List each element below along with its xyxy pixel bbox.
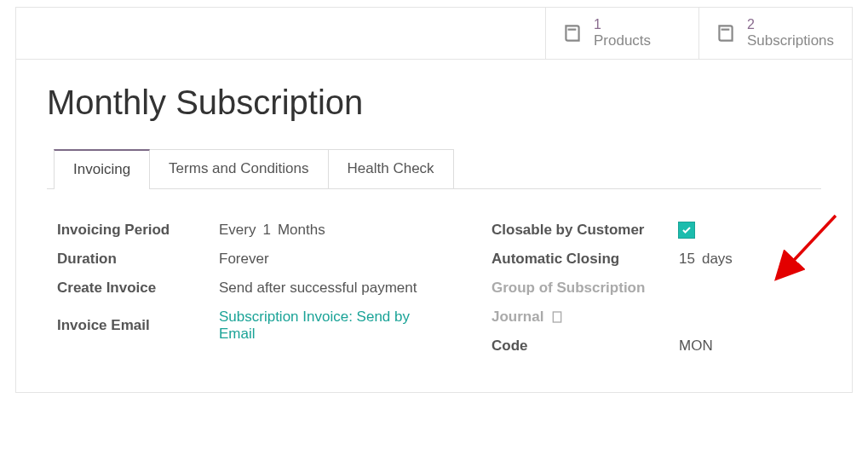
auto-closing-label: Automatic Closing: [491, 251, 679, 268]
check-icon: [681, 225, 692, 235]
svg-rect-0: [554, 312, 561, 322]
stat-bar: 1 Products 2 Subscriptions: [16, 8, 852, 60]
book-icon: [561, 22, 583, 44]
closable-label: Closable by Customer: [491, 222, 679, 239]
subscriptions-stat-button[interactable]: 2 Subscriptions: [698, 8, 852, 59]
invoicing-period-label: Invoicing Period: [57, 222, 219, 239]
subscriptions-label: Subscriptions: [747, 32, 834, 49]
auto-closing-unit: days: [702, 251, 733, 268]
closable-checkbox[interactable]: [679, 222, 694, 238]
invoice-email-link[interactable]: Subscription Invoice: Send by Email: [219, 309, 440, 343]
journal-row: Journal: [491, 309, 811, 326]
journal-label-wrap: Journal: [491, 309, 679, 326]
duration-row: Duration Forever: [57, 251, 440, 268]
group-row: Group of Subscription: [491, 280, 811, 297]
create-invoice-value: Send after successful payment: [219, 280, 417, 297]
invoice-email-row: Invoice Email Subscription Invoice: Send…: [57, 309, 440, 343]
closable-row: Closable by Customer: [491, 222, 811, 239]
form-container: 1 Products 2 Subscriptions Monthly Subsc…: [15, 7, 853, 393]
duration-value: Forever: [219, 251, 269, 268]
invoicing-period-unit: Months: [278, 222, 325, 239]
tab-panel-invoicing: Invoicing Period Every 1 Months Duration…: [47, 188, 821, 366]
closable-value: [679, 222, 694, 238]
invoicing-period-prefix: Every: [219, 222, 256, 239]
products-label: Products: [594, 32, 651, 49]
products-stat-button[interactable]: 1 Products: [545, 8, 698, 59]
left-column: Invoicing Period Every 1 Months Duration…: [57, 222, 440, 366]
invoicing-period-value: Every 1 Months: [219, 222, 325, 239]
right-column: Closable by Customer Automatic Closing 1…: [491, 222, 811, 366]
tab-terms[interactable]: Terms and Conditions: [149, 149, 328, 188]
building-icon: [550, 310, 564, 324]
create-invoice-label: Create Invoice: [57, 280, 219, 297]
invoicing-period-number: 1: [262, 222, 270, 239]
auto-closing-number: 15: [679, 251, 695, 268]
create-invoice-row: Create Invoice Send after successful pay…: [57, 280, 440, 297]
book-icon: [715, 22, 737, 44]
tab-health[interactable]: Health Check: [328, 149, 454, 188]
subscriptions-count: 2: [747, 16, 834, 32]
tabs: Invoicing Terms and Conditions Health Ch…: [54, 149, 821, 188]
stat-text: 1 Products: [594, 16, 651, 50]
duration-label: Duration: [57, 251, 219, 268]
group-label: Group of Subscription: [491, 280, 679, 297]
code-value: MON: [679, 338, 713, 355]
auto-closing-value: 15 days: [679, 251, 733, 268]
invoice-email-label: Invoice Email: [57, 317, 219, 334]
tab-invoicing[interactable]: Invoicing: [54, 149, 150, 188]
code-label: Code: [491, 338, 679, 355]
journal-label: Journal: [491, 309, 543, 326]
products-count: 1: [594, 16, 651, 32]
form-body: Monthly Subscription Invoicing Terms and…: [16, 60, 852, 392]
page-title: Monthly Subscription: [47, 84, 821, 122]
code-row: Code MON: [491, 338, 811, 355]
stat-text: 2 Subscriptions: [747, 16, 834, 50]
invoicing-period-row: Invoicing Period Every 1 Months: [57, 222, 440, 239]
auto-closing-row: Automatic Closing 15 days: [491, 251, 811, 268]
